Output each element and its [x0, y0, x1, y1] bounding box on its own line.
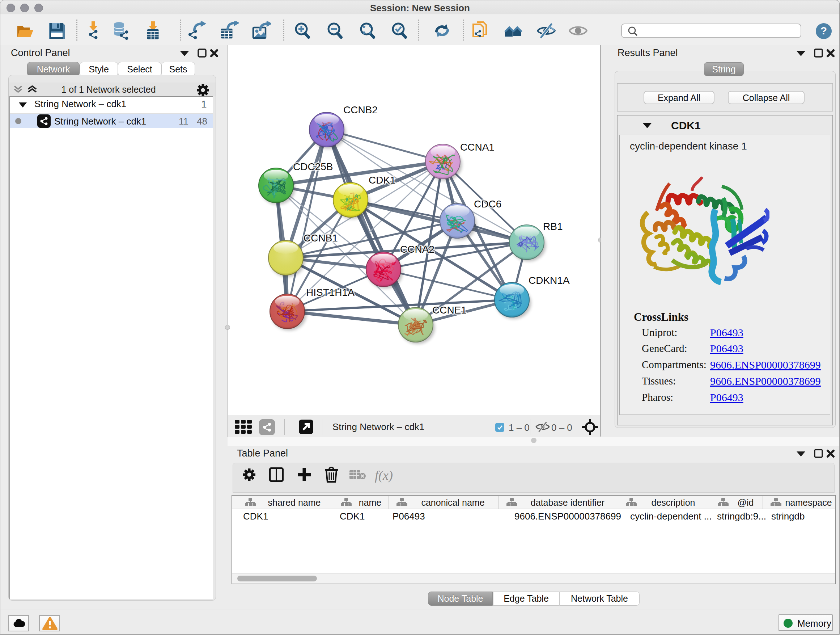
svg-text:CDC6: CDC6 [474, 198, 501, 210]
svg-text:CDC25B: CDC25B [293, 161, 333, 172]
svg-text:HIST1H1A: HIST1H1A [306, 287, 355, 298]
svg-text:CDKN1A: CDKN1A [529, 275, 570, 286]
svg-text:CCNA1: CCNA1 [460, 141, 494, 153]
svg-text:?: ? [821, 25, 827, 36]
svg-text:CCNB1: CCNB1 [303, 233, 338, 244]
svg-text:CDK1: CDK1 [369, 174, 396, 186]
svg-text:CCNB2: CCNB2 [343, 104, 378, 116]
svg-text:CCNE1: CCNE1 [432, 304, 467, 316]
svg-text:RB1: RB1 [543, 221, 562, 232]
svg-text:CCNA2: CCNA2 [400, 244, 434, 255]
